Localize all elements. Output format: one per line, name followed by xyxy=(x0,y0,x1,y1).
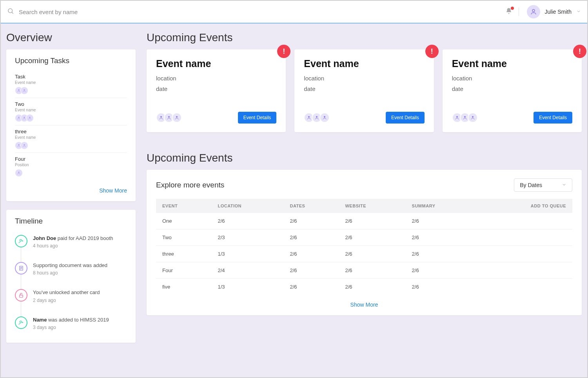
svg-point-9 xyxy=(24,144,25,145)
task-item[interactable]: FourPosition xyxy=(15,153,127,180)
event-card-location: location xyxy=(156,75,276,82)
svg-point-19 xyxy=(20,321,22,323)
mini-avatar xyxy=(15,169,23,177)
table-row[interactable]: One2/62/62/62/6 xyxy=(156,213,572,229)
table-header: Add to Queue xyxy=(477,199,572,213)
sort-label: By Dates xyxy=(520,182,542,188)
svg-point-25 xyxy=(308,116,310,118)
timeline-text: John Doe paid for AAD 2019 booth xyxy=(33,235,113,242)
svg-point-28 xyxy=(456,116,458,118)
task-item[interactable]: threeEvent name xyxy=(15,125,127,153)
table-header: Website xyxy=(339,199,405,213)
table-header: Summary xyxy=(406,199,477,213)
timeline-item: Supporting document was added8 hours ago xyxy=(15,262,127,289)
task-name: three xyxy=(15,129,127,134)
event-card: !Event namelocationdateEvent Details xyxy=(443,49,582,132)
svg-point-26 xyxy=(316,116,318,118)
table-row[interactable]: three1/32/62/62/6 xyxy=(156,246,572,262)
cell-summary: 2/6 xyxy=(406,279,477,295)
search-input[interactable] xyxy=(19,9,176,15)
task-subtitle: Event name xyxy=(15,108,127,112)
timeline-text: You've unlocked another card xyxy=(33,289,100,296)
chevron-down-icon xyxy=(576,8,581,15)
tasks-show-more[interactable]: Show More xyxy=(15,187,127,194)
table-header: Location xyxy=(211,199,283,213)
cell-location: 1/3 xyxy=(211,279,283,295)
avatar-stack xyxy=(304,113,327,123)
avatar-group xyxy=(15,142,127,149)
event-card-title: Event name xyxy=(156,58,276,69)
table-row[interactable]: Two2/32/62/62/6 xyxy=(156,229,572,246)
timeline-icon xyxy=(15,289,27,302)
cell-dates: 2/6 xyxy=(283,246,339,262)
avatar-group xyxy=(15,114,127,122)
table-header: Event xyxy=(156,199,211,213)
task-subtitle: Event name xyxy=(15,80,127,85)
task-subtitle: Position xyxy=(15,163,127,167)
avatar-stack xyxy=(452,113,475,123)
search-icon xyxy=(7,7,14,16)
cell-add-to-queue xyxy=(477,213,572,229)
task-name: Task xyxy=(15,74,127,80)
cell-website: 2/6 xyxy=(339,262,405,279)
cell-summary: 2/6 xyxy=(406,262,477,279)
svg-point-2 xyxy=(532,9,535,12)
notifications-button[interactable] xyxy=(505,7,519,16)
event-card: !Event namelocationdateEvent Details xyxy=(294,49,434,132)
svg-point-24 xyxy=(176,116,178,118)
timeline-text: Supporting document was added xyxy=(33,262,107,269)
user-menu[interactable]: Julie Smith xyxy=(527,5,581,18)
table-row[interactable]: five1/32/62/62/6 xyxy=(156,279,572,295)
event-details-button[interactable]: Event Details xyxy=(534,112,572,124)
mini-avatar xyxy=(20,142,28,149)
explore-title: Explore more events xyxy=(156,181,224,189)
cell-location: 2/4 xyxy=(211,262,283,279)
explore-card: Explore more events By Dates EventLocati… xyxy=(147,170,582,315)
cell-website: 2/6 xyxy=(339,229,405,246)
cell-website: 2/6 xyxy=(339,213,405,229)
cell-event: Two xyxy=(156,229,211,246)
timeline-icon xyxy=(15,262,27,274)
svg-point-29 xyxy=(464,116,466,118)
event-card-date: date xyxy=(452,85,572,92)
cell-add-to-queue xyxy=(477,262,572,279)
event-card-location: location xyxy=(452,75,572,82)
task-item[interactable]: TwoEvent name xyxy=(15,98,127,125)
person-icon xyxy=(530,8,537,15)
chevron-down-icon xyxy=(562,182,566,188)
task-subtitle: Event name xyxy=(15,135,127,140)
events-table: EventLocationDatesWebsiteSummaryAdd to Q… xyxy=(156,199,572,295)
timeline-icon xyxy=(15,235,27,247)
alert-icon: ! xyxy=(573,45,586,58)
notification-dot-icon xyxy=(511,7,514,10)
cell-location: 2/3 xyxy=(211,229,283,246)
upcoming-events-title: Upcoming Events xyxy=(147,31,582,44)
cell-dates: 2/6 xyxy=(283,262,339,279)
table-show-more[interactable]: Show More xyxy=(156,301,572,308)
cell-website: 2/6 xyxy=(339,246,405,262)
svg-point-8 xyxy=(18,144,19,145)
cell-add-to-queue xyxy=(477,229,572,246)
sort-dropdown[interactable]: By Dates xyxy=(514,178,572,192)
timeline-time: 2 days ago xyxy=(33,298,100,303)
svg-point-4 xyxy=(24,89,25,91)
cell-add-to-queue xyxy=(477,279,572,295)
cell-add-to-queue xyxy=(477,246,572,262)
event-details-button[interactable]: Event Details xyxy=(386,112,425,124)
timeline-item: Name was added to HIMSS 20193 days ago xyxy=(15,316,127,332)
cell-summary: 2/6 xyxy=(406,213,477,229)
table-row[interactable]: Four2/42/62/62/6 xyxy=(156,262,572,279)
sidebar: Overview Upcoming Tasks TaskEvent nameTw… xyxy=(6,31,136,369)
upcoming-events-title-2: Upcoming Events xyxy=(147,152,582,164)
event-details-button[interactable]: Event Details xyxy=(238,112,277,124)
cell-summary: 2/6 xyxy=(406,246,477,262)
alert-icon: ! xyxy=(277,45,290,58)
svg-point-7 xyxy=(29,117,30,118)
task-item[interactable]: TaskEvent name xyxy=(15,71,127,98)
table-header: Dates xyxy=(283,199,339,213)
timeline-time: 3 days ago xyxy=(33,325,109,330)
cell-location: 2/6 xyxy=(211,213,283,229)
mini-avatar xyxy=(26,114,34,122)
svg-point-22 xyxy=(160,116,162,118)
svg-rect-18 xyxy=(20,295,23,298)
